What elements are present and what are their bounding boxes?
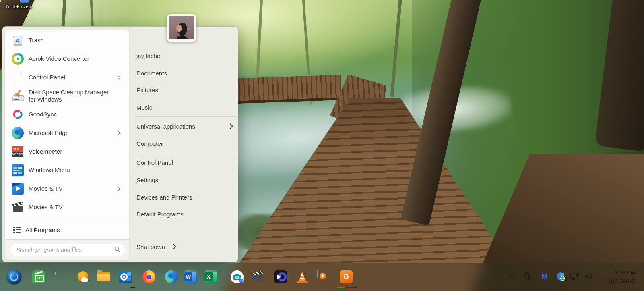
clock[interactable]: 3:52 PM 10/23/2025 bbox=[608, 269, 635, 286]
menu-item-pictures[interactable]: Pictures bbox=[136, 82, 237, 98]
firefox-icon bbox=[142, 270, 155, 283]
start-button[interactable] bbox=[5, 268, 23, 286]
taskbar-file-explorer[interactable] bbox=[95, 268, 112, 286]
taskbar-orange-g-app[interactable]: G bbox=[337, 268, 355, 286]
menu-divider bbox=[136, 116, 237, 117]
voicemeeter-icon: VOICEMEETER bbox=[12, 146, 24, 158]
taskbar-green-clapper-123[interactable]: 123 bbox=[30, 268, 47, 286]
running-indicator bbox=[130, 287, 135, 288]
calculator-icon bbox=[54, 270, 66, 283]
menu-item-label: Disk Space Cleanup Manager for Windows bbox=[29, 89, 109, 104]
chevron-right-icon bbox=[115, 75, 120, 80]
media-player-classic-icon bbox=[317, 270, 330, 283]
camera-icon: 12 bbox=[231, 270, 244, 283]
folder-icon bbox=[97, 270, 110, 283]
menu-item-computer[interactable]: Computer bbox=[136, 135, 237, 152]
progress-indicator bbox=[337, 287, 357, 288]
menu-divider bbox=[12, 219, 122, 220]
hidden-icons-chevron[interactable] bbox=[506, 270, 518, 283]
start-menu-programs-panel: ♻ Trash Acrok Video Converter Control Pa… bbox=[5, 30, 130, 260]
menu-item-label: Acrok Video Converter bbox=[29, 55, 89, 62]
desktop-shortcut-label[interactable]: Antek case bbox=[1, 4, 38, 10]
search-footer bbox=[5, 239, 129, 260]
menu-item-settings[interactable]: Settings bbox=[136, 172, 237, 188]
start-menu-item-acrok[interactable]: Acrok Video Converter bbox=[8, 50, 126, 68]
search-input[interactable] bbox=[11, 244, 124, 256]
media-player-dark-icon bbox=[274, 270, 287, 283]
volume-icon[interactable] bbox=[582, 270, 594, 283]
taskbar-camera[interactable]: 12 bbox=[228, 268, 246, 286]
vlc-icon bbox=[296, 270, 309, 283]
start-menu: ♻ Trash Acrok Video Converter Control Pa… bbox=[2, 26, 238, 262]
goodsync-icon bbox=[12, 108, 24, 121]
taskbar-excel[interactable]: X bbox=[202, 268, 220, 286]
menu-item-control-panel[interactable]: Control Panel bbox=[136, 154, 237, 170]
taskbar-edge[interactable] bbox=[163, 268, 180, 286]
shutdown-button[interactable]: Shut down bbox=[136, 239, 237, 255]
menu-divider bbox=[136, 153, 237, 153]
menu-item-documents[interactable]: Documents bbox=[136, 65, 237, 81]
start-menu-item-edge[interactable]: Microsoft Edge bbox=[8, 124, 126, 142]
menu-item-label: Default Programs bbox=[136, 211, 184, 218]
menu-item-label: Universal applications bbox=[136, 123, 195, 130]
clapperboard-icon bbox=[251, 270, 264, 283]
menu-item-label: GoodSync bbox=[29, 111, 57, 118]
menu-item-universal-applications[interactable]: Universal applications bbox=[136, 118, 237, 134]
disk-cleanup-icon bbox=[12, 90, 24, 102]
start-menu-item-movies-tv[interactable]: Movies & TV bbox=[8, 179, 126, 198]
menu-item-label: Control Panel bbox=[136, 159, 173, 166]
menu-item-label: Movies & TV bbox=[29, 204, 63, 211]
taskbar-weather[interactable] bbox=[74, 268, 92, 286]
word-icon: W bbox=[184, 270, 197, 283]
taskbar-word[interactable]: W bbox=[182, 268, 200, 286]
movies-tv-icon bbox=[12, 183, 24, 195]
chevron-right-icon bbox=[227, 123, 233, 129]
taskbar-media-player-dark[interactable] bbox=[272, 268, 289, 286]
wallpaper-boardwalk-far bbox=[230, 75, 342, 104]
menu-item-label: Control Panel bbox=[29, 74, 65, 81]
taskbar-media-player-classic[interactable] bbox=[314, 268, 332, 286]
start-menu-item-movies-tv-2[interactable]: Movies & TV bbox=[8, 198, 126, 216]
start-menu-item-voicemeeter[interactable]: VOICEMEETER Voicemeeter bbox=[8, 142, 126, 161]
chevron-right-icon bbox=[115, 131, 120, 136]
chevron-right-icon bbox=[171, 244, 176, 249]
green-clapper-123-icon: 123 bbox=[32, 270, 45, 283]
start-menu-item-windows-menu[interactable]: Windows Menu bbox=[8, 161, 126, 179]
taskbar-movies-tv[interactable] bbox=[249, 268, 266, 286]
taskbar-firefox[interactable] bbox=[140, 268, 158, 286]
menu-item-default-programs[interactable]: Default Programs bbox=[136, 206, 237, 222]
clock-time: 3:52 PM bbox=[608, 269, 635, 277]
malwarebytes-icon[interactable]: M bbox=[539, 270, 551, 283]
weather-icon bbox=[77, 270, 90, 283]
windows-menu-icon bbox=[12, 164, 24, 176]
shutdown-label: Shut down bbox=[136, 243, 165, 250]
start-menu-item-trash[interactable]: ♻ Trash bbox=[8, 31, 126, 50]
start-menu-item-disk-cleanup[interactable]: Disk Space Cleanup Manager for Windows bbox=[8, 87, 126, 105]
menu-item-label: Documents bbox=[136, 70, 167, 77]
menu-item-label: Pictures bbox=[136, 87, 158, 94]
document-icon bbox=[12, 71, 24, 83]
edge-icon bbox=[165, 270, 178, 283]
menu-item-label: Windows Menu bbox=[29, 166, 70, 174]
orange-g-app-icon: G bbox=[340, 270, 353, 283]
acrok-icon bbox=[12, 53, 24, 65]
menu-item-label: Movies & TV bbox=[29, 185, 63, 192]
start-menu-item-control-panel[interactable]: Control Panel bbox=[8, 68, 126, 87]
clapperboard-icon bbox=[12, 201, 24, 213]
taskbar-vlc[interactable] bbox=[293, 268, 311, 286]
taskbar-outlook[interactable]: O bbox=[117, 268, 134, 286]
user-avatar[interactable] bbox=[167, 14, 196, 42]
clock-date: 10/23/2025 bbox=[608, 277, 635, 286]
menu-item-devices-printers[interactable]: Devices and Printers bbox=[136, 189, 237, 205]
menu-item-label: Settings bbox=[136, 177, 158, 183]
windows-security-shield-icon[interactable] bbox=[555, 270, 567, 283]
start-menu-item-goodsync[interactable]: GoodSync bbox=[8, 105, 126, 124]
menu-item-music[interactable]: Music bbox=[136, 99, 237, 115]
taskbar-calculator[interactable] bbox=[51, 268, 69, 286]
avatar-photo bbox=[169, 16, 194, 39]
all-programs-button[interactable]: All Programs bbox=[8, 222, 126, 237]
network-icon[interactable] bbox=[568, 270, 580, 283]
desktop-shortcut-icon[interactable] bbox=[20, 0, 29, 3]
user-name-link[interactable]: jay lacher bbox=[136, 48, 237, 64]
usb-eject-icon[interactable] bbox=[521, 270, 533, 283]
